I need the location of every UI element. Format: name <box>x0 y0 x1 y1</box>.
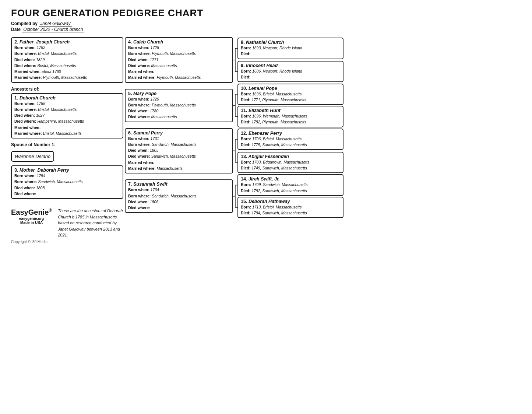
person-7-box: 7. Susannah Swift Born when: 1734 Born w… <box>125 179 233 213</box>
left-panel: 2. Father Joseph Church Born when: 1752 … <box>11 37 123 244</box>
person-12-cell: 12. Ebenezer Perry Born: 1706, Bristol, … <box>235 128 346 151</box>
person-3-details: Born when: 1754 Born where: Sandwich, Ma… <box>14 173 120 197</box>
date-value: October 2022 - Church branch <box>22 27 84 32</box>
brand-made-in: Made in USA <box>11 221 52 225</box>
chart-area: 2. Father Joseph Church Born when: 1752 … <box>11 37 521 244</box>
person-4-box: 4. Caleb Church Born when: 1728 Born whe… <box>125 37 233 83</box>
footer: EasyGenie® easygenie.org Made in USA The… <box>11 208 123 238</box>
person-15-box: 15. Deborah Hathaway Born: 1713, Bristol… <box>237 197 343 218</box>
brand-website: easygenie.org <box>11 217 52 221</box>
person-13-cell: 13. Abigail Fessenden Born: 1703, Edgart… <box>235 151 346 173</box>
person-6-box: 6. Samuel Perry Born when: 1731 Born whe… <box>125 128 233 174</box>
person-8-cell: 8. Nathaniel Church Born: 1693, Newport,… <box>235 37 346 60</box>
compiled-by-label: Compiled by <box>11 21 38 26</box>
pedigree-area: 4. Caleb Church Born when: 1728 Born whe… <box>125 37 521 244</box>
person-15-cell: 15. Deborah Hathaway Born: 1713, Bristol… <box>235 197 346 218</box>
copyright: Copyright © i30 Media <box>11 240 123 244</box>
date-label: Date <box>11 27 21 32</box>
ancestors-label: Ancestors of: <box>11 87 123 92</box>
person-5-box: 5. Mary Pope Born when: 1729 Born where:… <box>125 89 233 122</box>
person-12-box: 12. Ebenezer Perry Born: 1706, Bristol, … <box>237 129 343 150</box>
brand-logo: EasyGenie® <box>11 208 52 217</box>
spouse-label: Spouse of Number 1: <box>11 142 123 147</box>
person-5-cell: 5. Mary Pope Born when: 1729 Born where:… <box>125 84 235 127</box>
pedigree-grid: 4. Caleb Church Born when: 1728 Born whe… <box>125 37 521 218</box>
footer-description: These are the ancestors of Deborah Churc… <box>58 208 123 238</box>
person-14-box: 14. Jireh Swift, Jr. Born: 1709, Sandwic… <box>237 174 343 196</box>
person-1-details: Born when: 1785 Born where: Bristol, Mas… <box>14 101 120 137</box>
person-2-details: Born when: 1752 Born where: Bristol, Mas… <box>14 45 120 81</box>
person-1-box: 1. Deborah Church Born when: 1785 Born w… <box>11 93 123 139</box>
person-10-box: 10. Lemuel Pope Born: 1696, Bristol, Mas… <box>237 84 343 105</box>
person-9-cell: 9. Innocent Head Born: 1686, Newport, Rh… <box>235 60 346 83</box>
person-4-cell: 4. Caleb Church Born when: 1728 Born whe… <box>125 37 235 83</box>
person-7-cell: 7. Susannah Swift Born when: 1734 Born w… <box>125 174 235 218</box>
person-2-box: 2. Father Joseph Church Born when: 1752 … <box>11 37 123 83</box>
person-6-cell: 6. Samuel Perry Born when: 1731 Born whe… <box>125 128 235 174</box>
person-14-cell: 14. Jireh Swift, Jr. Born: 1709, Sandwic… <box>235 174 346 196</box>
person-13-box: 13. Abigail Fessenden Born: 1703, Edgart… <box>237 152 343 173</box>
person-11-box: 11. Elizabeth Hunt Born: 1696, Wemouth, … <box>237 106 343 127</box>
person-11-cell: 11. Elizabeth Hunt Born: 1696, Wemouth, … <box>235 106 346 127</box>
person-10-cell: 10. Lemuel Pope Born: 1696, Bristol, Mas… <box>235 84 346 105</box>
compiled-by-value: Janet Galloway <box>39 21 72 27</box>
person-2-name: 2. Father Joseph Church <box>14 39 120 45</box>
person-3-box: 3. Mother Deborah Perry Born when: 1754 … <box>11 165 123 199</box>
spouse-box: Waronne Delano <box>11 151 54 162</box>
person-8-box: 8. Nathaniel Church Born: 1693, Newport,… <box>237 38 343 59</box>
person-9-box: 9. Innocent Head Born: 1686, Newport, Rh… <box>237 61 343 83</box>
person-3-name: 3. Mother Deborah Perry <box>14 168 120 173</box>
page-title: FOUR GENERATION PEDIGREE CHART <box>11 7 521 19</box>
person-1-name: 1. Deborah Church <box>14 95 120 101</box>
